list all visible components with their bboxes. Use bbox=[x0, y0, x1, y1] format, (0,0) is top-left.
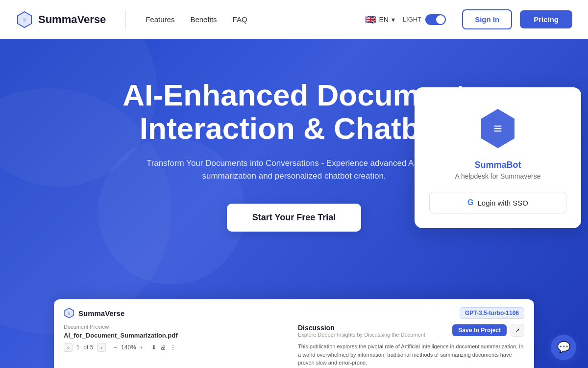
preview-body: Document Preview AI_for_Document_Summari… bbox=[64, 324, 524, 367]
pricing-button[interactable]: Pricing bbox=[520, 10, 572, 28]
preview-actions: Save to Project ↗ bbox=[452, 324, 524, 337]
nav-benefits[interactable]: Benefits bbox=[190, 15, 217, 24]
doc-section-label: Document Preview bbox=[64, 324, 290, 330]
chevron-down-icon: ▾ bbox=[392, 16, 395, 24]
preview-controls: ‹ 1 of 5 › − 140% + ⬇ 🖨 ⋮ bbox=[64, 343, 290, 352]
discussion-subtitle: Explore Deeper Insights by Discussing th… bbox=[298, 332, 425, 338]
google-icon: G bbox=[467, 198, 473, 207]
zoom-level: 140% bbox=[121, 344, 136, 351]
chat-fab-icon: 💬 bbox=[557, 341, 570, 354]
hero-cta-button[interactable]: Start Your Free Trial bbox=[227, 204, 361, 232]
svg-text:≡: ≡ bbox=[68, 312, 71, 316]
preview-left: Document Preview AI_for_Document_Summari… bbox=[64, 324, 290, 367]
discussion-text: This publication explores the pivotal ro… bbox=[298, 342, 524, 367]
chatbot-name: SummaBot bbox=[474, 160, 521, 170]
next-page-button[interactable]: › bbox=[97, 343, 106, 352]
theme-toggle-switch[interactable] bbox=[425, 14, 446, 25]
navbar-left: ≡ SummaVerse Features Benefits FAQ bbox=[16, 10, 247, 29]
discussion-title: Discussion bbox=[298, 324, 425, 332]
sso-login-label: Login with SSO bbox=[478, 199, 528, 207]
page-total: of 5 bbox=[83, 344, 93, 351]
preview-logo: ≡ SummaVerse bbox=[64, 308, 124, 318]
sso-login-button[interactable]: G Login with SSO bbox=[429, 192, 566, 213]
preview-right: Discussion Explore Deeper Insights by Di… bbox=[298, 324, 524, 367]
download-icon[interactable]: ⬇ bbox=[151, 344, 156, 351]
share-button[interactable]: ↗ bbox=[511, 324, 524, 337]
preview-header: ≡ SummaVerse GPT-3.5-turbo-1106 bbox=[64, 307, 524, 319]
flag-icon: 🇬🇧 bbox=[365, 14, 376, 25]
nav-faq[interactable]: FAQ bbox=[233, 15, 247, 24]
model-badge: GPT-3.5-turbo-1106 bbox=[460, 307, 524, 319]
navbar-right: 🇬🇧 EN ▾ LIGHT Sign In Pricing bbox=[365, 9, 572, 29]
chatbot-popup: ≡ SummaBot A helpdesk for Summaverse G L… bbox=[415, 87, 581, 228]
svg-text:≡: ≡ bbox=[23, 16, 26, 24]
nav-separator bbox=[454, 10, 454, 29]
toggle-thumb bbox=[436, 15, 445, 24]
nav-links: Features Benefits FAQ bbox=[146, 15, 247, 24]
chatbot-avatar: ≡ bbox=[476, 107, 519, 150]
logo[interactable]: ≡ SummaVerse bbox=[16, 11, 106, 28]
svg-text:≡: ≡ bbox=[493, 120, 502, 136]
preview-logo-icon: ≡ bbox=[64, 308, 74, 318]
page-current: 1 bbox=[76, 344, 80, 351]
nav-features[interactable]: Features bbox=[146, 15, 174, 24]
sign-in-button[interactable]: Sign In bbox=[462, 9, 512, 29]
zoom-in-button[interactable]: + bbox=[140, 344, 144, 351]
chat-fab-button[interactable]: 💬 bbox=[551, 335, 576, 360]
prev-page-button[interactable]: ‹ bbox=[64, 343, 73, 352]
save-project-button[interactable]: Save to Project bbox=[452, 324, 507, 336]
print-icon[interactable]: 🖨 bbox=[160, 344, 166, 351]
logo-icon: ≡ bbox=[16, 11, 33, 28]
theme-toggle: LIGHT bbox=[403, 14, 446, 25]
preview-filename: AI_for_Document_Summarization.pdf bbox=[64, 332, 290, 339]
hero-subtitle: Transform Your Documents into Conversati… bbox=[122, 157, 466, 182]
preview-inner: ≡ SummaVerse GPT-3.5-turbo-1106 Document… bbox=[54, 299, 534, 368]
more-icon[interactable]: ⋮ bbox=[170, 344, 176, 351]
chatbot-description: A helpdesk for Summaverse bbox=[455, 172, 540, 180]
preview-card: ≡ SummaVerse GPT-3.5-turbo-1106 Document… bbox=[54, 299, 534, 368]
navbar: ≡ SummaVerse Features Benefits FAQ 🇬🇧 EN… bbox=[0, 0, 588, 39]
hero-section: AI-Enhanced Document Interaction & Chatb… bbox=[0, 39, 588, 368]
language-selector[interactable]: 🇬🇧 EN ▾ bbox=[365, 14, 394, 25]
nav-divider bbox=[125, 10, 126, 29]
zoom-out-button[interactable]: − bbox=[114, 344, 117, 351]
